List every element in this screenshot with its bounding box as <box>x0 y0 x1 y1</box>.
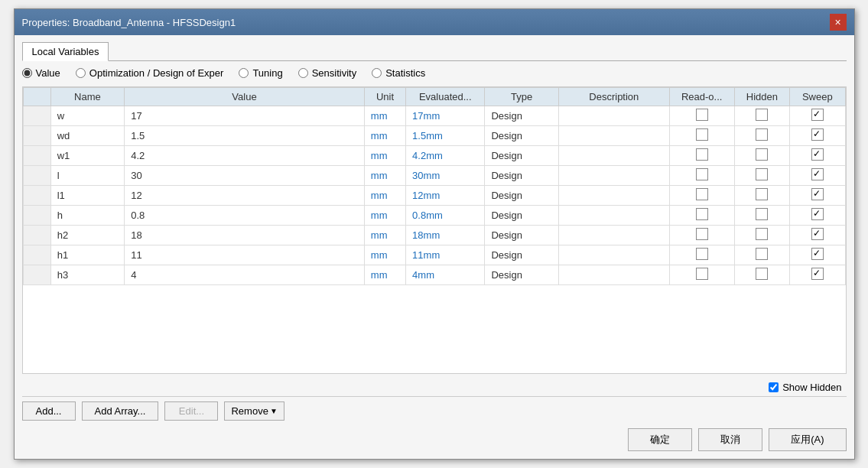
ok-button[interactable]: 确定 <box>628 428 692 451</box>
readonly-checkbox[interactable] <box>696 168 708 180</box>
cell-sweep[interactable] <box>790 206 845 226</box>
cell-readonly[interactable] <box>669 166 734 186</box>
radio-value[interactable]: Value <box>22 67 60 79</box>
table-row[interactable]: wd1.5mm1.5mmDesign <box>23 126 845 146</box>
hidden-checkbox[interactable] <box>756 208 768 220</box>
cell-sweep[interactable] <box>790 226 845 245</box>
cell-sweep[interactable] <box>790 126 845 146</box>
readonly-checkbox[interactable] <box>696 268 708 280</box>
edit-button[interactable]: Edit... <box>164 401 218 421</box>
sweep-checkbox[interactable] <box>811 168 824 180</box>
cell-idx <box>23 226 50 245</box>
tab-local-variables[interactable]: Local Variables <box>22 42 109 61</box>
radio-optimization[interactable]: Optimization / Design of Exper <box>76 67 224 79</box>
radio-statistics[interactable]: Statistics <box>372 67 425 79</box>
radio-options-row: Value Optimization / Design of Exper Tun… <box>22 67 847 79</box>
radio-sensitivity[interactable]: Sensitivity <box>298 67 357 79</box>
cell-idx <box>23 186 50 206</box>
sweep-checkbox[interactable] <box>811 248 824 260</box>
sweep-checkbox[interactable] <box>811 188 824 200</box>
sweep-checkbox[interactable] <box>811 268 824 280</box>
readonly-checkbox[interactable] <box>696 148 708 161</box>
cell-hidden[interactable] <box>734 265 789 285</box>
readonly-checkbox[interactable] <box>696 109 708 121</box>
add-button[interactable]: Add... <box>22 401 76 421</box>
readonly-checkbox[interactable] <box>696 128 708 141</box>
cell-readonly[interactable] <box>669 226 734 245</box>
sweep-checkbox[interactable] <box>811 128 824 141</box>
cell-hidden[interactable] <box>734 166 789 186</box>
table-row[interactable]: h218mm18mmDesign <box>23 226 845 245</box>
col-header-unit: Unit <box>364 88 405 106</box>
cell-value: 18 <box>125 226 365 245</box>
sweep-checkbox[interactable] <box>811 208 824 220</box>
cell-evaluated: 4.2mm <box>406 146 485 166</box>
table-row[interactable]: h0.8mm0.8mmDesign <box>23 206 845 226</box>
cell-evaluated: 4mm <box>406 265 485 285</box>
sweep-checkbox[interactable] <box>811 109 824 121</box>
hidden-checkbox[interactable] <box>756 168 768 180</box>
radio-tuning[interactable]: Tuning <box>239 67 282 79</box>
cell-unit: mm <box>364 265 405 285</box>
cell-sweep[interactable] <box>790 245 845 265</box>
readonly-checkbox[interactable] <box>696 208 708 220</box>
add-array-button[interactable]: Add Array... <box>82 401 159 421</box>
table-row[interactable]: h111mm11mmDesign <box>23 245 845 265</box>
hidden-checkbox[interactable] <box>756 109 768 121</box>
cell-sweep[interactable] <box>790 186 845 206</box>
cell-unit: mm <box>364 226 405 245</box>
table-row[interactable]: l112mm12mmDesign <box>23 186 845 206</box>
cell-readonly[interactable] <box>669 206 734 226</box>
hidden-checkbox[interactable] <box>756 148 768 161</box>
cell-unit: mm <box>364 186 405 206</box>
cell-type: Design <box>485 245 559 265</box>
cell-hidden[interactable] <box>734 146 789 166</box>
cell-sweep[interactable] <box>790 106 845 126</box>
cell-sweep[interactable] <box>790 265 845 285</box>
hidden-checkbox[interactable] <box>756 188 768 200</box>
table-row[interactable]: h34mm4mmDesign <box>23 265 845 285</box>
table-row[interactable]: l30mm30mmDesign <box>23 166 845 186</box>
cell-value: 1.5 <box>125 126 365 146</box>
cell-hidden[interactable] <box>734 186 789 206</box>
cell-sweep[interactable] <box>790 146 845 166</box>
show-hidden-checkbox[interactable] <box>769 382 779 392</box>
cell-name: w1 <box>50 146 125 166</box>
variables-table: Name Value Unit Evaluated... Type Descri… <box>23 87 846 285</box>
readonly-checkbox[interactable] <box>696 228 708 240</box>
cell-evaluated: 1.5mm <box>406 126 485 146</box>
hidden-checkbox[interactable] <box>756 268 768 280</box>
show-hidden-label[interactable]: Show Hidden <box>769 382 841 393</box>
close-button[interactable]: × <box>830 14 847 31</box>
cell-readonly[interactable] <box>669 146 734 166</box>
cell-readonly[interactable] <box>669 265 734 285</box>
cell-sweep[interactable] <box>790 166 845 186</box>
table-row[interactable]: w17mm17mmDesign <box>23 106 845 126</box>
cell-readonly[interactable] <box>669 106 734 126</box>
hidden-checkbox[interactable] <box>756 128 768 141</box>
readonly-checkbox[interactable] <box>696 188 708 200</box>
apply-button[interactable]: 应用(A) <box>769 428 846 451</box>
cell-evaluated: 17mm <box>406 106 485 126</box>
cell-hidden[interactable] <box>734 126 789 146</box>
cell-readonly[interactable] <box>669 186 734 206</box>
hidden-checkbox[interactable] <box>756 228 768 240</box>
table-row[interactable]: w14.2mm4.2mmDesign <box>23 146 845 166</box>
readonly-checkbox[interactable] <box>696 248 708 260</box>
cell-hidden[interactable] <box>734 245 789 265</box>
sweep-checkbox[interactable] <box>811 228 824 240</box>
cancel-button[interactable]: 取消 <box>698 428 762 451</box>
hidden-checkbox[interactable] <box>756 248 768 260</box>
cell-hidden[interactable] <box>734 106 789 126</box>
cell-idx <box>23 106 50 126</box>
sweep-checkbox[interactable] <box>811 148 824 161</box>
cell-name: h <box>50 206 125 226</box>
cell-value: 11 <box>125 245 365 265</box>
remove-button[interactable]: Remove ▼ <box>224 401 284 421</box>
cell-hidden[interactable] <box>734 206 789 226</box>
cell-hidden[interactable] <box>734 226 789 245</box>
cell-readonly[interactable] <box>669 126 734 146</box>
col-header-description: Description <box>558 88 669 106</box>
cell-unit: mm <box>364 146 405 166</box>
cell-readonly[interactable] <box>669 245 734 265</box>
